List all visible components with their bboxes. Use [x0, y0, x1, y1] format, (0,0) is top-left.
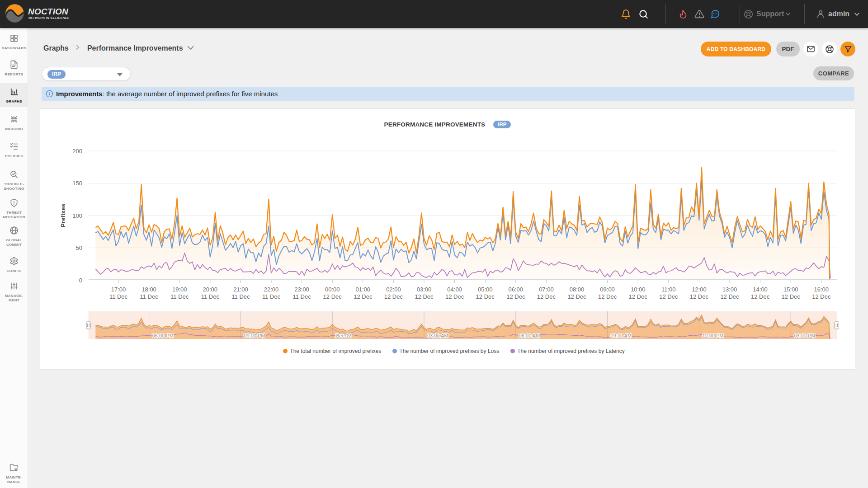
svg-text:100: 100: [72, 212, 82, 219]
svg-text:01:00: 01:00: [356, 286, 371, 293]
svg-text:04:00: 04:00: [447, 286, 462, 293]
svg-text:12 Dec: 12 Dec: [598, 293, 617, 300]
svg-text:200: 200: [72, 148, 82, 155]
svg-text:12:00 PM: 12:00 PM: [702, 333, 723, 338]
svg-text:16:00: 16:00: [814, 286, 829, 293]
svg-text:11:00: 11:00: [661, 286, 676, 293]
svg-text:150: 150: [72, 180, 82, 187]
svg-text:03:00: 03:00: [417, 286, 432, 293]
svg-text:11 Dec: 11 Dec: [140, 293, 158, 300]
svg-text:12 Dec: 12 Dec: [751, 293, 770, 300]
svg-text:12 Dec: 12 Dec: [415, 293, 434, 300]
svg-text:09:00 PM: 09:00 PM: [244, 333, 265, 338]
svg-text:12 Dec: 12 Dec: [720, 293, 739, 300]
svg-text:11 Dec: 11 Dec: [262, 293, 281, 300]
svg-text:12 Dec: 12 Dec: [354, 293, 373, 300]
svg-text:20:00: 20:00: [203, 286, 218, 293]
svg-text:09:00 AM: 09:00 AM: [611, 333, 632, 338]
svg-text:00:00: 00:00: [325, 286, 340, 293]
svg-text:12 Dec: 12 Dec: [629, 293, 648, 300]
svg-text:12 Dec: 12 Dec: [812, 293, 831, 300]
svg-text:22:00: 22:00: [264, 286, 279, 293]
svg-text:11 Dec: 11 Dec: [170, 293, 189, 300]
svg-text:23:00: 23:00: [294, 286, 309, 293]
svg-text:12:00: 12:00: [692, 286, 707, 293]
svg-text:14:00: 14:00: [753, 286, 768, 293]
svg-text:50: 50: [76, 244, 82, 251]
svg-text:10:00: 10:00: [631, 286, 646, 293]
svg-text:12 Dec: 12 Dec: [506, 293, 525, 300]
svg-text:12 Dec: 12 Dec: [690, 293, 709, 300]
svg-text:12 Dec: 12 Dec: [537, 293, 556, 300]
svg-text:12 Dec: 12 Dec: [323, 293, 342, 300]
svg-text:18:00: 18:00: [142, 286, 156, 293]
svg-text:12 Dec: 12 Dec: [476, 293, 495, 300]
svg-text:12 Dec: 12 Dec: [567, 293, 586, 300]
svg-text:06:00 PM: 06:00 PM: [152, 333, 174, 338]
svg-text:15:00: 15:00: [783, 286, 798, 293]
svg-text:12 Dec: 12 Dec: [659, 293, 678, 300]
svg-text:21:00: 21:00: [233, 286, 248, 293]
svg-text:11 Dec: 11 Dec: [231, 293, 250, 300]
svg-text:07:00: 07:00: [539, 286, 554, 293]
svg-text:12 Dec: 12 Dec: [782, 293, 801, 300]
svg-text:Dec 12: Dec 12: [335, 333, 351, 338]
svg-text:12 Dec: 12 Dec: [384, 293, 403, 300]
svg-text:08:00: 08:00: [570, 286, 585, 293]
svg-text:05:00: 05:00: [478, 286, 493, 293]
svg-text:06:00: 06:00: [509, 286, 524, 293]
svg-text:17:00: 17:00: [111, 286, 126, 293]
svg-text:13:00: 13:00: [722, 286, 737, 293]
svg-text:11 Dec: 11 Dec: [109, 293, 128, 300]
svg-text:0: 0: [79, 277, 82, 284]
svg-text:09:00: 09:00: [600, 286, 615, 293]
svg-text:06:00 AM: 06:00 AM: [519, 333, 540, 338]
svg-text:03:00 AM: 03:00 AM: [427, 333, 448, 338]
svg-text:Prefixes: Prefixes: [60, 204, 66, 228]
svg-text:19:00: 19:00: [172, 286, 187, 293]
svg-text:02:00: 02:00: [386, 286, 401, 293]
svg-text:03:00 PM: 03:00 PM: [794, 333, 815, 338]
svg-text:11 Dec: 11 Dec: [292, 293, 311, 300]
svg-text:12 Dec: 12 Dec: [445, 293, 464, 300]
svg-text:11 Dec: 11 Dec: [201, 293, 220, 300]
